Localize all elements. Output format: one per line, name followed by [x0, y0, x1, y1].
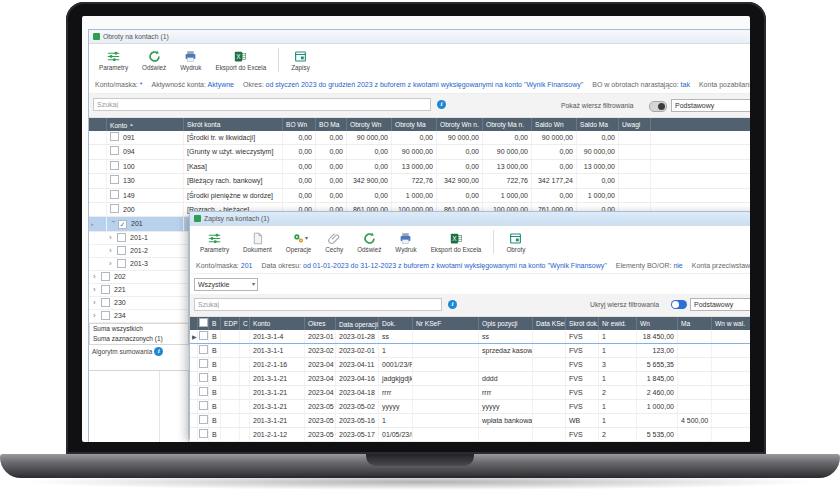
column-header-obroty-wn-n[interactable]: Obroty Wn n. [437, 118, 483, 131]
column-header-opis-pozycji[interactable]: Opis pozycji [479, 317, 533, 330]
table-row[interactable]: B201-2-1-122023-052023-05-1701/05/23/FVF… [190, 428, 750, 442]
param-value[interactable]: od 01-01-2023 do 31-12-2023 z buforem z … [303, 262, 607, 269]
expander-icon[interactable]: › [109, 259, 116, 268]
column-header-obroty-ma-n[interactable]: Obroty Ma n. [483, 118, 532, 131]
row-checkbox[interactable] [199, 429, 208, 438]
row-checkbox[interactable] [199, 415, 208, 424]
column-header-wn[interactable]: Wn [637, 317, 678, 330]
column-header-b[interactable]: B [209, 317, 221, 330]
toolbar-button-cechy[interactable]: Cechy [319, 227, 349, 257]
toolbar-button-dokument[interactable]: Dokument [237, 227, 278, 257]
column-header-konto[interactable]: Konto [250, 317, 305, 330]
toolbar-button-parametry[interactable]: Parametry [194, 227, 235, 257]
column-header-dok[interactable]: Dok. [379, 317, 413, 330]
info-icon[interactable]: i [154, 347, 163, 356]
column-header-uwagi[interactable]: Uwagi [619, 118, 651, 131]
table-row[interactable]: B201-3-1-12023-022023-02-011sprzedaz kas… [190, 344, 750, 358]
window-titlebar[interactable]: Obroty na kontach (1) [89, 30, 750, 44]
search-input[interactable] [93, 98, 431, 111]
tree-item-201-3[interactable]: ›201-3 [89, 258, 189, 271]
column-header-edp[interactable]: EDP [221, 317, 240, 330]
column-header-bo-ma[interactable]: BO Ma [316, 118, 347, 131]
tree-item-202[interactable]: ›202 [89, 271, 189, 284]
column-header-obroty-ma[interactable]: Obroty Ma [392, 118, 437, 131]
view-select[interactable]: Podstawowy [671, 99, 750, 112]
column-header-konto[interactable]: Konto▲ [107, 118, 184, 131]
table-row[interactable]: ▶B201-3-1-42023-012023-01-28ssssFVS118 4… [190, 330, 750, 344]
tree-item-230[interactable]: ›230 [89, 297, 189, 310]
param-value[interactable]: Aktywne [208, 81, 234, 88]
tree-item-201-1[interactable]: ›201-1 [89, 232, 189, 245]
column-header-c[interactable]: C [240, 317, 250, 330]
type-filter-select[interactable]: Wszystkie [194, 278, 258, 291]
column-header-skrót-konta[interactable]: Skrót konta [184, 118, 283, 131]
row-checkbox[interactable] [199, 387, 208, 396]
table-row[interactable]: 091[Środki tr. w likwidacji]0,000,0090 0… [89, 131, 750, 145]
row-checkbox[interactable] [199, 359, 208, 368]
column-header-wn-w-wal[interactable]: Wn w wal. [712, 317, 750, 330]
toolbar-button-eksport-do-excela[interactable]: XEksport do Excela [425, 227, 488, 257]
row-checkbox[interactable] [199, 331, 208, 340]
expander-icon[interactable]: › [93, 272, 100, 281]
column-header-obroty-wn[interactable]: Obroty Wn [347, 118, 392, 131]
row-checkbox[interactable] [199, 373, 208, 382]
info-icon[interactable]: i [437, 100, 446, 109]
expander-icon[interactable]: › [107, 221, 120, 228]
table-row[interactable]: 130[Bieżący rach. bankowy]0,000,00342 90… [89, 174, 750, 188]
column-header-bo-wn[interactable]: BO Wn [283, 118, 316, 131]
info-icon[interactable]: i [448, 300, 457, 309]
column-header-okres[interactable]: Okres [305, 317, 336, 330]
param-value[interactable]: tak [681, 81, 690, 88]
select-all-checkbox[interactable] [199, 318, 208, 327]
column-header-skrót-dok[interactable]: Skrót dok. [566, 317, 599, 330]
row-checkbox[interactable] [101, 272, 110, 281]
table-row[interactable]: B201-3-1-212023-042023-04-18rrrrrrrrFVS2… [190, 386, 750, 400]
expander-icon[interactable]: › [93, 311, 100, 320]
tree-item-234[interactable]: ›234 [89, 310, 189, 323]
row-checkbox[interactable] [199, 345, 208, 354]
table-row[interactable]: B201-2-1-162023-042023-04-110001/23/FVFV… [190, 358, 750, 372]
column-header-data-ksef[interactable]: Data KSeF [533, 317, 566, 330]
expander-icon[interactable]: › [109, 246, 116, 255]
column-header-saldo-ma[interactable]: Saldo Ma [577, 118, 619, 131]
search-input[interactable] [194, 298, 442, 311]
toolbar-button-wydruk[interactable]: Wydruk [174, 45, 207, 75]
row-checkbox[interactable] [101, 285, 110, 294]
column-header-ma[interactable]: Ma [678, 317, 712, 330]
table-row[interactable]: 094[Grunty w użyt. wieczystym]0,000,000,… [89, 145, 750, 159]
row-checkbox[interactable] [110, 204, 119, 213]
filter-toggle[interactable] [671, 300, 687, 309]
expander-icon[interactable]: › [109, 233, 116, 242]
expander-icon[interactable]: › [93, 285, 100, 294]
row-checkbox[interactable] [110, 161, 119, 170]
toolbar-button-eksport-do-excela[interactable]: XEksport do Excela [210, 45, 273, 75]
toolbar-button-wydruk[interactable]: Wydruk [389, 227, 422, 257]
toolbar-button-zapisy[interactable]: Zapisy [285, 45, 316, 75]
row-checkbox[interactable] [110, 190, 119, 199]
column-header-data-operacji[interactable]: Data operacji▲ [336, 317, 379, 330]
table-row[interactable]: 149[Środki pieniężne w dordze]0,000,000,… [89, 189, 750, 203]
table-row[interactable]: 100[Kasa]0,000,000,0013 000,000,0013 000… [89, 160, 750, 174]
row-checkbox[interactable] [117, 233, 126, 242]
toolbar-button-obroty[interactable]: Obroty [500, 227, 531, 257]
toolbar-button-parametry[interactable]: Parametry [93, 45, 134, 75]
param-value[interactable]: * [140, 81, 143, 88]
view-select[interactable]: Podstawowy [690, 298, 750, 311]
row-checkbox[interactable] [101, 311, 110, 320]
expander-icon[interactable]: › [93, 298, 100, 307]
row-checkbox[interactable] [117, 246, 126, 255]
param-value[interactable]: 201 [241, 262, 253, 269]
table-row[interactable]: B201-3-1-212023-042023-04-16jadgkjgdjkgd… [190, 372, 750, 386]
row-checkbox[interactable] [110, 146, 119, 155]
toolbar-button-odśwież[interactable]: Odśwież [136, 45, 172, 75]
toolbar-button-operacje[interactable]: ▾Operacje [280, 227, 318, 257]
filter-toggle[interactable] [649, 101, 667, 112]
column-header-saldo-wn[interactable]: Saldo Wn [532, 118, 577, 131]
table-row[interactable]: B201-3-1-212023-052023-05-161wpłata bank… [190, 414, 750, 428]
row-checkbox[interactable] [199, 401, 208, 410]
param-value[interactable]: od styczeń 2023 do grudzień 2023 z bufor… [266, 81, 584, 88]
window-titlebar[interactable]: Zapisy na kontach (1) [190, 212, 750, 226]
row-checkbox[interactable] [101, 298, 110, 307]
column-header-nr-ksef[interactable]: Nr KSeF [413, 317, 479, 330]
row-checkbox[interactable] [110, 132, 119, 141]
